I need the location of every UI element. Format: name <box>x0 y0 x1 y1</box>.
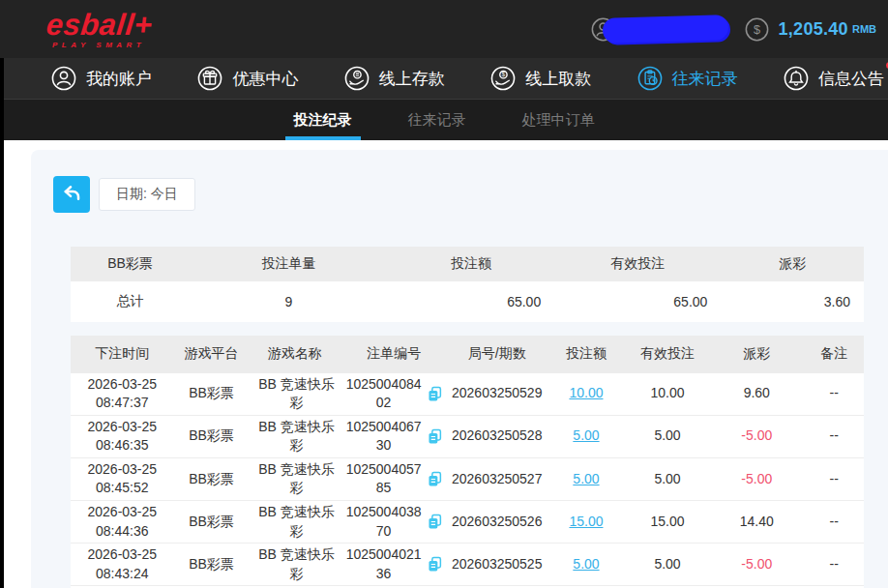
summary-value-cell: 65.00 <box>554 281 721 322</box>
order-wrap: 102500408402 <box>343 375 445 413</box>
bet-amount-cell: 15.00 <box>547 501 626 544</box>
top-header: esball+ PLAY SMART $ 1,205.40 RMB <box>0 0 888 58</box>
bet-valid-cell: 5.00 <box>626 415 709 457</box>
bet-valid-cell: 15.00 <box>626 501 709 544</box>
bet-clock: 08:43:24 <box>74 565 171 584</box>
summary-total-row: 总计965.0065.003.60 <box>71 281 864 322</box>
bet-clock: 08:45:52 <box>74 479 171 498</box>
bets-header-cell: 游戏平台 <box>174 336 250 372</box>
svg-text:$: $ <box>754 23 760 37</box>
bet-platform-cell: BB彩票 <box>174 415 250 457</box>
bet-platform-cell: BB彩票 <box>174 501 250 544</box>
bet-valid-cell: 10.00 <box>626 372 709 415</box>
bet-game-name: BB 竞速快乐彩 <box>252 503 340 541</box>
nav-item-label: 往来记录 <box>672 68 738 90</box>
bets-header-cell: 备注 <box>804 336 864 372</box>
bet-game-cell: BB 竞速快乐彩 <box>249 415 340 457</box>
header-right: $ 1,205.40 RMB <box>590 16 876 43</box>
order-wrap: 102500403870 <box>343 503 445 541</box>
order-number: 102500406730 <box>345 418 423 456</box>
nav-item-1[interactable]: 我的账户 <box>50 65 152 92</box>
summary-value-cell: 3.60 <box>721 281 864 322</box>
tab-1[interactable]: 投注纪录 <box>292 100 354 140</box>
bet-date: 2026-03-25 <box>74 545 171 565</box>
bet-game-name: BB 竞速快乐彩 <box>252 375 340 413</box>
bet-order-cell: 102500405785 <box>340 457 448 500</box>
bell-icon <box>783 65 810 92</box>
tab-bar: 投注纪录往来记录处理中订单 <box>0 100 888 140</box>
bet-round-cell: 202603250525 <box>447 544 547 586</box>
summary-header-cell: 有效投注 <box>554 247 721 281</box>
summary-value-cell: 65.00 <box>388 281 554 322</box>
brand-logo-slogan: PLAY SMART <box>52 42 153 49</box>
nav-item-label: 线上存款 <box>379 68 445 90</box>
table-row: 2026-03-2508:45:52BB彩票BB 竞速快乐彩1025004057… <box>71 457 864 500</box>
bet-amount-link[interactable]: 5.00 <box>573 427 599 443</box>
bet-platform-cell: BB彩票 <box>174 544 250 586</box>
order-wrap: 102500402136 <box>343 545 445 583</box>
bet-valid-cell: 5.00 <box>626 544 709 586</box>
bet-date: 2026-03-25 <box>74 375 171 395</box>
bet-order-cell: 102500403870 <box>340 501 448 544</box>
bet-round-cell: 202603250526 <box>447 501 547 544</box>
bets-header-cell: 有效投注 <box>626 336 709 372</box>
nav-item-4[interactable]: $线上取款 <box>489 65 591 92</box>
back-button[interactable] <box>53 176 90 213</box>
bet-game-cell: BB 竞速快乐彩 <box>249 372 340 415</box>
records-panel: 日期: 今日 BB彩票投注单量投注额有效投注派彩 总计965.0065.003.… <box>31 150 888 588</box>
nav-item-3[interactable]: 线上存款 <box>343 65 445 92</box>
bets-header-cell: 注单编号 <box>340 336 448 372</box>
user-icon <box>50 65 77 92</box>
bet-amount-link[interactable]: 5.00 <box>573 556 599 572</box>
brand-logo[interactable]: esball+ PLAY SMART <box>46 10 153 49</box>
summary-header-row: BB彩票投注单量投注额有效投注派彩 <box>71 247 864 281</box>
bet-time-cell: 2026-03-2508:45:52 <box>71 457 174 500</box>
bets-header-cell: 下注时间 <box>71 336 174 372</box>
copy-icon[interactable] <box>427 386 443 402</box>
bet-order-cell: 102500402136 <box>340 544 448 586</box>
bet-payout-cell: 14.40 <box>709 501 804 544</box>
copy-icon[interactable] <box>427 428 443 445</box>
nav-item-6[interactable]: 信息公告 <box>783 65 884 92</box>
bet-date: 2026-03-25 <box>74 503 171 522</box>
summary-header-cell: 投注额 <box>388 247 554 281</box>
bets-header-cell: 派彩 <box>709 336 804 372</box>
copy-icon[interactable] <box>427 556 443 573</box>
date-filter-chip[interactable]: 日期: 今日 <box>99 178 195 211</box>
tab-3[interactable]: 处理中订单 <box>520 100 597 140</box>
bet-valid-cell: 5.00 <box>626 457 709 500</box>
summary-value-cell: 总计 <box>71 281 190 322</box>
bets-header-cell: 游戏名称 <box>249 336 340 372</box>
bet-amount-link[interactable]: 5.00 <box>573 471 599 486</box>
balance-coin-icon[interactable]: $ <box>744 16 770 43</box>
bet-payout-cell: -5.00 <box>709 457 804 500</box>
copy-icon[interactable] <box>427 471 443 487</box>
table-row: 2026-03-2508:44:36BB彩票BB 竞速快乐彩1025004038… <box>71 501 864 544</box>
main-nav: 我的账户优惠中心线上存款$线上取款往来记录信息公告 <box>0 58 888 100</box>
table-row: 2026-03-2508:47:37BB彩票BB 竞速快乐彩1025004084… <box>71 372 864 415</box>
gift-icon <box>196 65 223 92</box>
tab-2[interactable]: 往来记录 <box>406 100 468 140</box>
summary-header-cell: BB彩票 <box>71 247 190 281</box>
bet-amount-link[interactable]: 10.00 <box>569 385 603 400</box>
bet-time-cell: 2026-03-2508:43:24 <box>71 544 174 586</box>
nav-item-label: 优惠中心 <box>232 68 298 90</box>
nav-item-5[interactable]: 往来记录 <box>636 65 738 92</box>
bet-time-cell: 2026-03-2508:44:36 <box>71 501 174 544</box>
deposit-icon <box>343 65 370 92</box>
bet-game-name: BB 竞速快乐彩 <box>252 460 340 498</box>
bets-header-cell: 投注额 <box>547 336 626 372</box>
bets-header-row: 下注时间游戏平台游戏名称注单编号局号/期数投注额有效投注派彩备注 <box>71 336 864 372</box>
bet-game-cell: BB 竞速快乐彩 <box>249 544 340 586</box>
copy-icon[interactable] <box>427 514 443 530</box>
bet-note-cell: -- <box>804 415 864 457</box>
balance-amount: 1,205.40 <box>778 19 847 40</box>
summary-header-cell: 派彩 <box>721 247 864 281</box>
bet-platform-cell: BB彩票 <box>174 372 250 415</box>
bet-platform-cell: BB彩票 <box>174 457 250 500</box>
bet-date: 2026-03-25 <box>74 418 171 437</box>
nav-item-2[interactable]: 优惠中心 <box>196 65 298 92</box>
user-account-chip[interactable] <box>590 16 728 43</box>
order-number: 102500402136 <box>345 545 423 583</box>
bet-amount-link[interactable]: 15.00 <box>569 514 603 529</box>
